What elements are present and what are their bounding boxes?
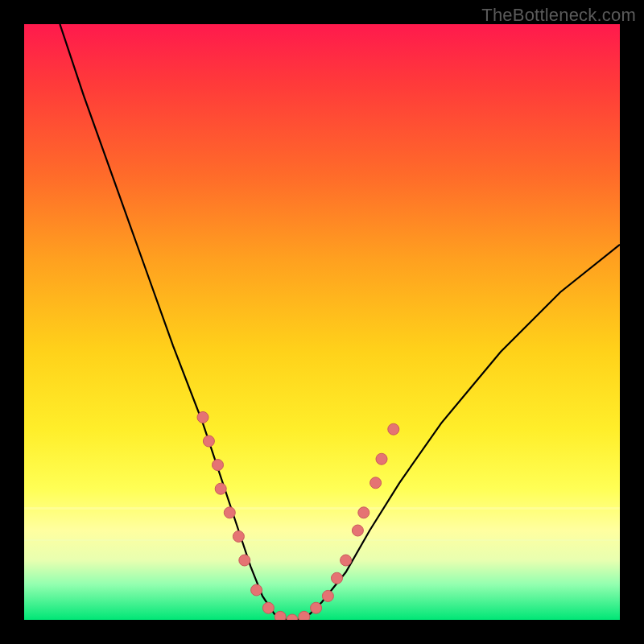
data-dot (239, 555, 250, 566)
data-dot (370, 477, 382, 489)
data-dot (215, 483, 226, 494)
data-dot (233, 530, 244, 542)
watermark-text: TheBottleneck.com (481, 5, 636, 26)
bottleneck-curve (60, 24, 620, 620)
data-dot (352, 525, 363, 536)
data-dot (203, 436, 214, 447)
chart-frame: TheBottleneck.com (0, 0, 644, 644)
data-dots (197, 411, 399, 620)
data-dot (213, 460, 224, 471)
data-dot (275, 611, 286, 620)
data-dot (332, 572, 343, 584)
data-dot (251, 584, 262, 596)
data-dot (299, 611, 310, 620)
data-dot (311, 602, 322, 613)
data-dot (262, 602, 274, 613)
data-dot (376, 453, 387, 464)
curve-layer (24, 24, 620, 620)
data-dot (197, 411, 208, 423)
data-dot (287, 614, 298, 620)
data-dot (388, 423, 399, 435)
data-dot (358, 507, 369, 518)
data-dot (224, 507, 235, 518)
plot-area (24, 24, 620, 620)
data-dot (322, 590, 333, 601)
data-dot (341, 555, 352, 566)
